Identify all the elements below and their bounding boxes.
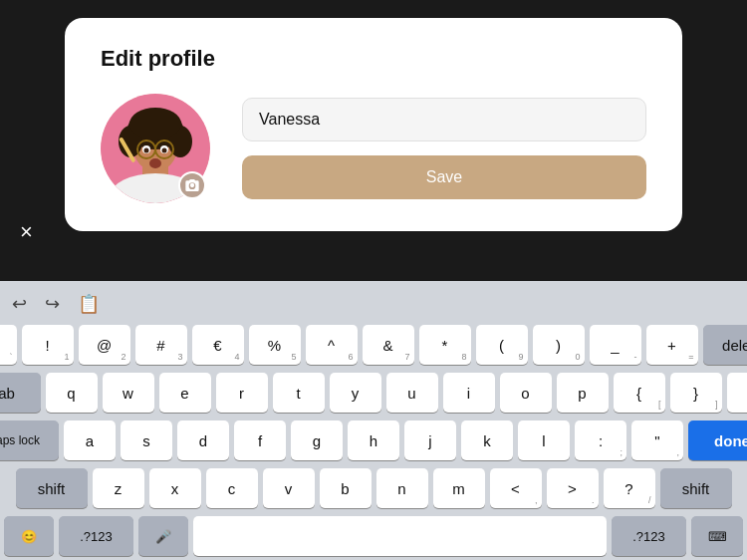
- key-row-3: caps lock a s d f g h j k l :; ", done: [4, 420, 743, 460]
- camera-icon: [184, 177, 200, 193]
- key-j[interactable]: j: [404, 420, 456, 460]
- name-input[interactable]: [242, 98, 646, 141]
- key-v[interactable]: v: [263, 468, 315, 508]
- key-l[interactable]: l: [518, 420, 570, 460]
- key-o[interactable]: o: [500, 373, 552, 413]
- key-1[interactable]: !1: [22, 325, 74, 365]
- mic-key[interactable]: 🎤: [138, 516, 188, 556]
- key-u[interactable]: u: [386, 373, 438, 413]
- numeric-key-left[interactable]: .?123: [59, 516, 133, 556]
- keyboard: ↩ ↪ 📋 ~` !1 @2 #3 €4 %5 ^6 &7 *8 (9 )0 _…: [0, 281, 747, 560]
- key-5[interactable]: %5: [249, 325, 301, 365]
- key-row-5: 😊 .?123 🎤 .?123 ⌨: [4, 516, 743, 556]
- key-m[interactable]: m: [433, 468, 485, 508]
- key-d[interactable]: d: [177, 420, 229, 460]
- avatar-container[interactable]: [101, 94, 210, 203]
- key-x[interactable]: x: [149, 468, 201, 508]
- svg-point-16: [162, 148, 167, 153]
- key-b[interactable]: b: [320, 468, 372, 508]
- key-c[interactable]: c: [206, 468, 258, 508]
- save-button[interactable]: Save: [242, 155, 646, 199]
- key-g[interactable]: g: [291, 420, 343, 460]
- space-key[interactable]: [193, 516, 607, 556]
- key-6[interactable]: ^6: [306, 325, 358, 365]
- key-row-1: ~` !1 @2 #3 €4 %5 ^6 &7 *8 (9 )0 _- += d…: [4, 325, 743, 365]
- caps-lock-key[interactable]: caps lock: [0, 420, 59, 460]
- key-3[interactable]: #3: [135, 325, 187, 365]
- key-period[interactable]: >.: [547, 468, 599, 508]
- key-bracket-close[interactable]: }]: [670, 373, 722, 413]
- key-4[interactable]: €4: [192, 325, 244, 365]
- key-9[interactable]: (9: [476, 325, 528, 365]
- delete-key[interactable]: delete: [703, 325, 748, 365]
- numeric-key-right[interactable]: .?123: [612, 516, 686, 556]
- key-y[interactable]: y: [330, 373, 381, 413]
- key-bracket-open[interactable]: {[: [614, 373, 665, 413]
- modal-title: Edit profile: [101, 46, 646, 72]
- key-a[interactable]: a: [64, 420, 116, 460]
- key-quote[interactable]: ",: [631, 420, 683, 460]
- svg-point-17: [149, 158, 161, 168]
- tab-key[interactable]: tab: [0, 373, 41, 413]
- key-minus[interactable]: _-: [590, 325, 641, 365]
- svg-point-9: [129, 108, 181, 140]
- keyboard-hide-key[interactable]: ⌨: [691, 516, 743, 556]
- shift-right-key[interactable]: shift: [660, 468, 732, 508]
- key-h[interactable]: h: [348, 420, 399, 460]
- key-i[interactable]: i: [443, 373, 495, 413]
- emoji-key[interactable]: 😊: [4, 516, 54, 556]
- undo-button[interactable]: ↩: [8, 291, 31, 317]
- key-k[interactable]: k: [461, 420, 513, 460]
- key-2[interactable]: @2: [79, 325, 130, 365]
- key-row-2: tab q w e r t y u i o p {[ }] |\: [4, 373, 743, 413]
- key-p[interactable]: p: [557, 373, 609, 413]
- key-z[interactable]: z: [93, 468, 144, 508]
- keyboard-rows: ~` !1 @2 #3 €4 %5 ^6 &7 *8 (9 )0 _- += d…: [0, 321, 747, 560]
- key-s[interactable]: s: [121, 420, 172, 460]
- svg-point-15: [144, 148, 149, 153]
- close-button[interactable]: ×: [20, 219, 33, 245]
- key-slash[interactable]: ?/: [604, 468, 655, 508]
- edit-profile-modal: Edit profile: [65, 18, 682, 231]
- camera-badge[interactable]: [178, 171, 206, 199]
- key-q[interactable]: q: [46, 373, 98, 413]
- key-plus[interactable]: +=: [646, 325, 698, 365]
- key-tilde[interactable]: ~`: [0, 325, 17, 365]
- redo-button[interactable]: ↪: [41, 291, 64, 317]
- modal-body: Save: [101, 94, 646, 203]
- key-t[interactable]: t: [273, 373, 325, 413]
- key-pipe[interactable]: |\: [727, 373, 748, 413]
- key-n[interactable]: n: [376, 468, 428, 508]
- key-row-4: shift z x c v b n m <, >. ?/ shift: [4, 468, 743, 508]
- key-r[interactable]: r: [216, 373, 268, 413]
- key-8[interactable]: *8: [419, 325, 471, 365]
- keyboard-toolbar: ↩ ↪ 📋: [0, 287, 747, 321]
- key-f[interactable]: f: [234, 420, 286, 460]
- done-key[interactable]: done: [688, 420, 747, 460]
- key-0[interactable]: )0: [533, 325, 585, 365]
- key-comma[interactable]: <,: [490, 468, 542, 508]
- form-section: Save: [242, 98, 646, 199]
- clipboard-button[interactable]: 📋: [74, 291, 104, 317]
- key-7[interactable]: &7: [363, 325, 414, 365]
- name-input-wrapper: [242, 98, 646, 141]
- key-w[interactable]: w: [103, 373, 154, 413]
- key-e[interactable]: e: [159, 373, 211, 413]
- shift-left-key[interactable]: shift: [16, 468, 88, 508]
- key-semicolon[interactable]: :;: [575, 420, 626, 460]
